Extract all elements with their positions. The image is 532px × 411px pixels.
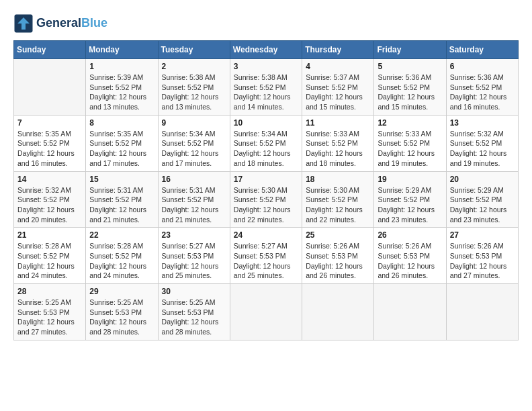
day-info: Sunrise: 5:31 AM Sunset: 5:52 PM Dayligh… bbox=[89, 185, 154, 225]
calendar-cell: 29Sunrise: 5:25 AM Sunset: 5:53 PM Dayli… bbox=[86, 284, 158, 340]
day-number: 1 bbox=[89, 62, 154, 71]
day-number: 17 bbox=[234, 175, 298, 184]
calendar-cell bbox=[374, 284, 446, 340]
calendar-cell: 7Sunrise: 5:35 AM Sunset: 5:52 PM Daylig… bbox=[14, 115, 86, 171]
calendar-header-tuesday: Tuesday bbox=[158, 41, 230, 59]
day-number: 5 bbox=[378, 62, 442, 71]
calendar-cell: 19Sunrise: 5:29 AM Sunset: 5:52 PM Dayli… bbox=[374, 171, 446, 228]
calendar-cell: 4Sunrise: 5:37 AM Sunset: 5:52 PM Daylig… bbox=[302, 59, 374, 116]
day-number: 23 bbox=[162, 230, 226, 240]
calendar-week-3: 14Sunrise: 5:32 AM Sunset: 5:52 PM Dayli… bbox=[14, 171, 519, 228]
day-info: Sunrise: 5:26 AM Sunset: 5:53 PM Dayligh… bbox=[306, 241, 370, 281]
calendar: SundayMondayTuesdayWednesdayThursdayFrid… bbox=[13, 40, 519, 340]
logo-text: GeneralBlue bbox=[36, 17, 107, 30]
day-number: 14 bbox=[17, 175, 82, 184]
calendar-header-friday: Friday bbox=[374, 41, 446, 59]
day-info: Sunrise: 5:26 AM Sunset: 5:53 PM Dayligh… bbox=[450, 241, 515, 281]
logo: GeneralBlue bbox=[13, 13, 107, 34]
calendar-cell: 25Sunrise: 5:26 AM Sunset: 5:53 PM Dayli… bbox=[302, 228, 374, 284]
day-info: Sunrise: 5:30 AM Sunset: 5:52 PM Dayligh… bbox=[234, 185, 298, 225]
calendar-cell bbox=[14, 59, 86, 116]
calendar-cell: 24Sunrise: 5:27 AM Sunset: 5:53 PM Dayli… bbox=[230, 228, 302, 284]
calendar-cell: 10Sunrise: 5:34 AM Sunset: 5:52 PM Dayli… bbox=[230, 115, 302, 171]
day-info: Sunrise: 5:29 AM Sunset: 5:52 PM Dayligh… bbox=[378, 185, 442, 225]
calendar-header-monday: Monday bbox=[86, 41, 158, 59]
day-number: 21 bbox=[17, 230, 82, 240]
day-info: Sunrise: 5:27 AM Sunset: 5:53 PM Dayligh… bbox=[234, 241, 298, 281]
day-info: Sunrise: 5:37 AM Sunset: 5:52 PM Dayligh… bbox=[306, 73, 370, 112]
calendar-cell: 26Sunrise: 5:26 AM Sunset: 5:53 PM Dayli… bbox=[374, 228, 446, 284]
calendar-cell: 17Sunrise: 5:30 AM Sunset: 5:52 PM Dayli… bbox=[230, 171, 302, 228]
day-info: Sunrise: 5:32 AM Sunset: 5:52 PM Dayligh… bbox=[17, 185, 82, 225]
calendar-header-wednesday: Wednesday bbox=[230, 41, 302, 59]
day-info: Sunrise: 5:38 AM Sunset: 5:52 PM Dayligh… bbox=[234, 73, 298, 112]
day-number: 7 bbox=[17, 118, 82, 128]
day-number: 8 bbox=[89, 118, 154, 128]
calendar-header-sunday: Sunday bbox=[14, 41, 86, 59]
calendar-cell: 28Sunrise: 5:25 AM Sunset: 5:53 PM Dayli… bbox=[14, 284, 86, 340]
calendar-week-2: 7Sunrise: 5:35 AM Sunset: 5:52 PM Daylig… bbox=[14, 115, 519, 171]
day-info: Sunrise: 5:25 AM Sunset: 5:53 PM Dayligh… bbox=[89, 298, 154, 337]
day-number: 24 bbox=[234, 230, 298, 240]
calendar-header-saturday: Saturday bbox=[446, 41, 518, 59]
day-info: Sunrise: 5:26 AM Sunset: 5:53 PM Dayligh… bbox=[378, 241, 442, 281]
calendar-cell: 13Sunrise: 5:32 AM Sunset: 5:52 PM Dayli… bbox=[446, 115, 518, 171]
day-info: Sunrise: 5:36 AM Sunset: 5:52 PM Dayligh… bbox=[378, 73, 442, 112]
calendar-cell: 2Sunrise: 5:38 AM Sunset: 5:52 PM Daylig… bbox=[158, 59, 230, 116]
day-info: Sunrise: 5:25 AM Sunset: 5:53 PM Dayligh… bbox=[162, 298, 226, 337]
calendar-cell: 23Sunrise: 5:27 AM Sunset: 5:53 PM Dayli… bbox=[158, 228, 230, 284]
calendar-cell: 15Sunrise: 5:31 AM Sunset: 5:52 PM Dayli… bbox=[86, 171, 158, 228]
calendar-cell bbox=[230, 284, 302, 340]
calendar-header-row: SundayMondayTuesdayWednesdayThursdayFrid… bbox=[14, 41, 519, 59]
calendar-cell: 30Sunrise: 5:25 AM Sunset: 5:53 PM Dayli… bbox=[158, 284, 230, 340]
day-number: 27 bbox=[450, 230, 515, 240]
day-number: 13 bbox=[450, 118, 515, 128]
calendar-cell: 9Sunrise: 5:34 AM Sunset: 5:52 PM Daylig… bbox=[158, 115, 230, 171]
day-number: 9 bbox=[162, 118, 226, 128]
calendar-cell: 1Sunrise: 5:39 AM Sunset: 5:52 PM Daylig… bbox=[86, 59, 158, 116]
day-info: Sunrise: 5:34 AM Sunset: 5:52 PM Dayligh… bbox=[162, 129, 226, 169]
day-info: Sunrise: 5:33 AM Sunset: 5:52 PM Dayligh… bbox=[378, 129, 442, 169]
calendar-cell bbox=[446, 284, 518, 340]
day-number: 18 bbox=[306, 175, 370, 184]
logo-icon bbox=[13, 13, 34, 34]
day-number: 3 bbox=[234, 62, 298, 71]
day-info: Sunrise: 5:35 AM Sunset: 5:52 PM Dayligh… bbox=[17, 129, 82, 169]
day-number: 15 bbox=[89, 175, 154, 184]
day-number: 6 bbox=[450, 62, 515, 71]
calendar-cell bbox=[302, 284, 374, 340]
calendar-cell: 6Sunrise: 5:36 AM Sunset: 5:52 PM Daylig… bbox=[446, 59, 518, 116]
calendar-week-4: 21Sunrise: 5:28 AM Sunset: 5:52 PM Dayli… bbox=[14, 228, 519, 284]
calendar-body: 1Sunrise: 5:39 AM Sunset: 5:52 PM Daylig… bbox=[14, 59, 519, 340]
day-number: 28 bbox=[17, 287, 82, 296]
day-info: Sunrise: 5:30 AM Sunset: 5:52 PM Dayligh… bbox=[306, 185, 370, 225]
day-info: Sunrise: 5:36 AM Sunset: 5:52 PM Dayligh… bbox=[450, 73, 515, 112]
day-info: Sunrise: 5:32 AM Sunset: 5:52 PM Dayligh… bbox=[450, 129, 515, 169]
calendar-cell: 12Sunrise: 5:33 AM Sunset: 5:52 PM Dayli… bbox=[374, 115, 446, 171]
calendar-week-1: 1Sunrise: 5:39 AM Sunset: 5:52 PM Daylig… bbox=[14, 59, 519, 116]
day-info: Sunrise: 5:38 AM Sunset: 5:52 PM Dayligh… bbox=[162, 73, 226, 112]
day-info: Sunrise: 5:39 AM Sunset: 5:52 PM Dayligh… bbox=[89, 73, 154, 112]
day-info: Sunrise: 5:31 AM Sunset: 5:52 PM Dayligh… bbox=[162, 185, 226, 225]
day-info: Sunrise: 5:28 AM Sunset: 5:52 PM Dayligh… bbox=[89, 241, 154, 281]
calendar-cell: 16Sunrise: 5:31 AM Sunset: 5:52 PM Dayli… bbox=[158, 171, 230, 228]
calendar-cell: 22Sunrise: 5:28 AM Sunset: 5:52 PM Dayli… bbox=[86, 228, 158, 284]
day-number: 25 bbox=[306, 230, 370, 240]
page-header: GeneralBlue bbox=[13, 13, 519, 34]
calendar-week-5: 28Sunrise: 5:25 AM Sunset: 5:53 PM Dayli… bbox=[14, 284, 519, 340]
day-number: 16 bbox=[162, 175, 226, 184]
calendar-cell: 21Sunrise: 5:28 AM Sunset: 5:52 PM Dayli… bbox=[14, 228, 86, 284]
day-number: 12 bbox=[378, 118, 442, 128]
day-number: 2 bbox=[162, 62, 226, 71]
day-number: 19 bbox=[378, 175, 442, 184]
day-number: 30 bbox=[162, 287, 226, 296]
calendar-cell: 18Sunrise: 5:30 AM Sunset: 5:52 PM Dayli… bbox=[302, 171, 374, 228]
calendar-header-thursday: Thursday bbox=[302, 41, 374, 59]
calendar-cell: 3Sunrise: 5:38 AM Sunset: 5:52 PM Daylig… bbox=[230, 59, 302, 116]
calendar-cell: 8Sunrise: 5:35 AM Sunset: 5:52 PM Daylig… bbox=[86, 115, 158, 171]
day-number: 26 bbox=[378, 230, 442, 240]
day-info: Sunrise: 5:27 AM Sunset: 5:53 PM Dayligh… bbox=[162, 241, 226, 281]
day-info: Sunrise: 5:33 AM Sunset: 5:52 PM Dayligh… bbox=[306, 129, 370, 169]
day-number: 20 bbox=[450, 175, 515, 184]
day-number: 11 bbox=[306, 118, 370, 128]
